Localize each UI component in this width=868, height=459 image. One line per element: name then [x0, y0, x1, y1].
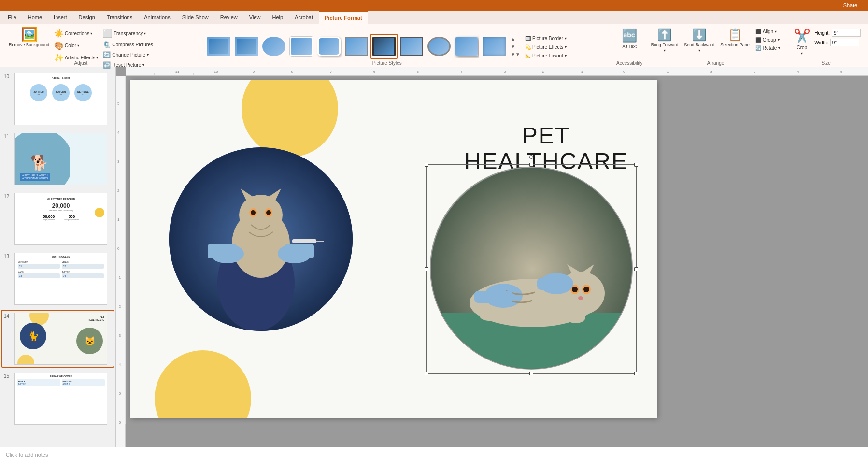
- selection-pane-button[interactable]: 📋 Selection Pane: [718, 27, 752, 48]
- send-backward-icon: ⬇️: [692, 28, 707, 42]
- tab-design[interactable]: Design: [73, 11, 101, 24]
- tab-insert[interactable]: Insert: [48, 11, 73, 24]
- slide-canvas[interactable]: PET HEALTHCARE: [130, 80, 657, 418]
- svg-text:2: 2: [710, 70, 712, 74]
- tab-home[interactable]: Home: [22, 11, 48, 24]
- svg-rect-47: [292, 239, 316, 243]
- transparency-dropdown-icon[interactable]: ▾: [144, 31, 146, 36]
- handle-top-left[interactable]: [425, 163, 428, 167]
- corrections-button[interactable]: ☀️ Corrections ▾: [52, 28, 100, 39]
- picture-border-dropdown-icon[interactable]: ▾: [565, 36, 567, 41]
- svg-text:-3: -3: [117, 333, 121, 338]
- title-bar: Share: [0, 0, 868, 11]
- svg-text:-2: -2: [117, 304, 121, 309]
- svg-point-61: [578, 296, 583, 300]
- tab-transitions[interactable]: Transitions: [101, 11, 138, 24]
- picture-border-button[interactable]: 🔲 Picture Border ▾: [523, 35, 569, 42]
- svg-text:2: 2: [117, 188, 120, 193]
- group-dropdown-icon[interactable]: ▾: [778, 38, 780, 42]
- slide-num-14: 14: [4, 313, 12, 319]
- crop-icon: ✂️: [794, 28, 811, 44]
- scroll-up-arrow[interactable]: ▲: [510, 35, 521, 43]
- slide-thumb-11[interactable]: 11 🐕 A PICTURE IS WORTHA THOUSAND WORDS: [2, 131, 114, 187]
- slide-panel: 10 A BRIEF STORY JUPITER 01 SATURN 02: [0, 67, 116, 447]
- tab-review[interactable]: Review: [214, 11, 243, 24]
- handle-bottom-right[interactable]: [634, 372, 638, 375]
- svg-text:3: 3: [117, 159, 120, 164]
- tab-file[interactable]: File: [2, 11, 22, 24]
- group-button[interactable]: ⬛ Group ▾: [754, 36, 782, 43]
- reset-picture-dropdown-icon[interactable]: ▾: [142, 63, 144, 67]
- tab-acrobat[interactable]: Acrobat: [289, 11, 319, 24]
- color-dropdown-icon[interactable]: ▾: [77, 43, 79, 48]
- pic-style-10[interactable]: [453, 34, 480, 59]
- pic-style-5[interactable]: [315, 34, 342, 59]
- crop-dropdown-icon[interactable]: ▾: [801, 51, 803, 56]
- rotate-icon: 🔄: [755, 45, 761, 51]
- change-picture-dropdown-icon[interactable]: ▾: [147, 53, 149, 57]
- width-input[interactable]: [830, 39, 859, 46]
- pic-style-9[interactable]: [426, 34, 453, 59]
- artistic-effects-icon: ✨: [54, 53, 64, 62]
- pic-style-11[interactable]: [481, 34, 508, 59]
- pic-style-3[interactable]: [260, 34, 287, 59]
- compress-pictures-button[interactable]: 🗜️ Compress Pictures: [101, 40, 155, 49]
- rotate-button[interactable]: 🔄 Rotate ▾: [754, 44, 782, 52]
- tab-help[interactable]: Help: [266, 11, 289, 24]
- rotate-dropdown-icon[interactable]: ▾: [778, 46, 780, 50]
- canvas-area: -11 -10 -9 -8 -7 -6 -5 -4 -3 -2 -1 0 1 2…: [116, 67, 868, 447]
- crop-button[interactable]: ✂️ Crop ▾: [791, 27, 812, 57]
- align-dropdown-icon[interactable]: ▾: [775, 29, 777, 34]
- arrange-group: ⬆️ Bring Forward ▾ ⬇️ Send Backward ▾ 📋 …: [645, 26, 787, 67]
- handle-top-right[interactable]: [634, 163, 638, 167]
- svg-point-59: [572, 287, 578, 292]
- picture-effects-dropdown-icon[interactable]: ▾: [565, 45, 567, 49]
- cat-image-right[interactable]: [430, 167, 633, 370]
- scroll-down-arrow[interactable]: ▼: [510, 43, 521, 50]
- send-backward-dropdown-icon[interactable]: ▾: [698, 48, 700, 53]
- align-button[interactable]: ⬛ Align ▾: [754, 28, 782, 35]
- handle-middle-right[interactable]: [634, 267, 638, 271]
- picture-styles-scroll: [205, 34, 508, 59]
- change-picture-button[interactable]: 🔄 Change Picture ▾: [101, 50, 155, 59]
- bring-forward-button[interactable]: ⬆️ Bring Forward ▾: [649, 27, 681, 54]
- picture-effects-icon: 💫: [525, 44, 531, 50]
- remove-background-icon: 🖼️: [21, 28, 38, 42]
- send-backward-button[interactable]: ⬇️ Send Backward ▾: [682, 27, 716, 54]
- slide-thumb-10[interactable]: 10 A BRIEF STORY JUPITER 01 SATURN 02: [2, 71, 114, 127]
- tab-view[interactable]: View: [243, 11, 267, 24]
- picture-layout-dropdown-icon[interactable]: ▾: [565, 54, 567, 58]
- cat-image-left[interactable]: [169, 147, 353, 331]
- tab-slideshow[interactable]: Slide Show: [176, 11, 214, 24]
- notes-bar[interactable]: Click to add notes: [0, 447, 868, 459]
- pic-style-8[interactable]: [398, 34, 425, 59]
- height-input[interactable]: [832, 29, 861, 37]
- pic-style-6[interactable]: [343, 34, 370, 59]
- slide-thumb-12[interactable]: 12 MILESTONES REACHED 20,000 Pets have b…: [2, 191, 114, 247]
- slide-thumb-15[interactable]: 15 AREAS WE COVER AREA A JUPITER NEPTUNE…: [2, 371, 114, 427]
- share-button[interactable]: Share: [837, 1, 864, 10]
- artistic-effects-dropdown-icon[interactable]: ▾: [96, 56, 98, 60]
- pic-style-7[interactable]: [370, 34, 398, 59]
- handle-bottom-middle[interactable]: [529, 372, 533, 375]
- handle-middle-left[interactable]: [425, 267, 428, 271]
- tab-animations[interactable]: Animations: [138, 11, 176, 24]
- alt-text-button[interactable]: 🔤 Alt Text: [620, 27, 639, 50]
- corrections-dropdown-icon[interactable]: ▾: [90, 31, 92, 36]
- remove-background-button[interactable]: 🖼️ Remove Background: [7, 27, 51, 49]
- picture-effects-button[interactable]: 💫 Picture Effects ▾: [523, 43, 569, 51]
- pic-style-1[interactable]: [205, 34, 232, 59]
- bring-forward-dropdown-icon[interactable]: ▾: [664, 48, 666, 53]
- pic-style-2[interactable]: [233, 34, 260, 59]
- scroll-more-arrow[interactable]: ▼▼: [510, 51, 521, 58]
- svg-point-60: [583, 287, 589, 292]
- slide-thumb-14[interactable]: 14 PETHEALTHCARE 🐈 🐱: [2, 311, 114, 367]
- transparency-button[interactable]: ⬜ Transparency ▾: [101, 28, 155, 39]
- svg-text:-1: -1: [580, 70, 583, 74]
- color-button[interactable]: 🎨 Color ▾: [52, 40, 100, 51]
- picture-layout-button[interactable]: 📐 Picture Layout ▾: [523, 52, 569, 59]
- handle-bottom-left[interactable]: [425, 372, 428, 375]
- tab-picture-format[interactable]: Picture Format: [319, 11, 368, 24]
- pic-style-4[interactable]: [288, 34, 315, 59]
- slide-thumb-13[interactable]: 13 OUR PROCESS MERCURY 01 VENUS: [2, 251, 114, 307]
